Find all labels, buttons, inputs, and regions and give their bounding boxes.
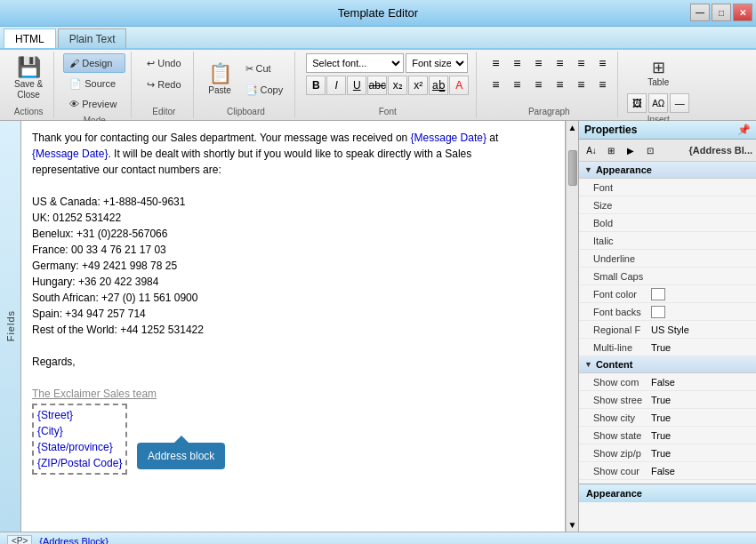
- font-label: Font: [379, 105, 397, 116]
- strikethrough-button[interactable]: abc: [367, 76, 387, 95]
- prop-sort-cat[interactable]: ⊞: [602, 142, 620, 158]
- preview-button[interactable]: 👁 Preview: [63, 94, 125, 114]
- scroll-down-arrow[interactable]: ▼: [568, 520, 577, 530]
- design-button[interactable]: 🖌 Design: [63, 53, 125, 73]
- clipboard-content: 📋 Paste ✂ Cut 📑 Copy: [203, 53, 290, 105]
- rtl-button[interactable]: ≡: [571, 53, 591, 73]
- prop-bold: Bold: [579, 214, 756, 232]
- clipboard-label: Clipboard: [227, 105, 265, 116]
- list-ordered-button[interactable]: ≡: [507, 53, 527, 73]
- prop-showcom: Show com False: [579, 373, 756, 391]
- prop-multiline: Multi-line True: [579, 339, 756, 356]
- line-spacing-button[interactable]: ≡: [571, 75, 591, 94]
- title-bar: Template Editor — □ ✕: [0, 0, 756, 27]
- address-block-selection[interactable]: {Street} {City} {State/province} {ZIP/Po…: [32, 404, 127, 475]
- appearance-chevron: ▼: [584, 165, 592, 174]
- font-size-select[interactable]: Font size...: [406, 53, 468, 73]
- highlight-button[interactable]: ab̲: [429, 76, 448, 95]
- superscript-button[interactable]: x²: [408, 76, 428, 95]
- redo-button[interactable]: ↪ Redo: [141, 75, 187, 94]
- table-button[interactable]: ⊞ Table: [639, 53, 677, 92]
- cut-button[interactable]: ✂ Cut: [239, 59, 290, 78]
- maximize-button[interactable]: □: [712, 4, 731, 21]
- font-back-swatch[interactable]: [651, 306, 665, 318]
- properties-pin[interactable]: 📌: [737, 124, 751, 136]
- tab-bar: HTML Plain Text: [0, 27, 756, 50]
- copy-icon: 📑: [245, 84, 258, 96]
- editor[interactable]: Thank you for contacting our Sales depar…: [21, 121, 566, 532]
- prop-font: Font: [579, 179, 756, 196]
- insert-more-button[interactable]: —: [670, 93, 689, 113]
- source-button[interactable]: 📄 Source: [63, 74, 125, 93]
- paragraph-content: ≡ ≡ ≡ ≡ ≡ ≡ ≡ ≡ ≡ ≡ ≡ ≡: [486, 53, 612, 105]
- prop-filter[interactable]: ▶: [622, 142, 639, 158]
- indent-less-button[interactable]: ≡: [528, 53, 548, 73]
- close-button[interactable]: ✕: [733, 4, 752, 21]
- save-icon: 💾: [17, 58, 41, 77]
- font-select[interactable]: Select font...: [306, 53, 404, 73]
- undo-button[interactable]: ↩ Undo: [141, 53, 187, 73]
- para-spacing-button[interactable]: ≡: [592, 75, 612, 94]
- align-right-button[interactable]: ≡: [528, 75, 548, 94]
- toolbar-paragraph-group: ≡ ≡ ≡ ≡ ≡ ≡ ≡ ≡ ≡ ≡ ≡ ≡ Paragraph: [480, 52, 618, 118]
- properties-toolbar: A↓ ⊞ ▶ ⊡ {Address Bl...: [579, 140, 756, 162]
- copy-button[interactable]: 📑 Copy: [239, 80, 290, 100]
- toolbar: 💾 Save &Close Actions 🖌 Design 📄 Source …: [0, 50, 756, 121]
- save-close-button[interactable]: 💾 Save &Close: [9, 56, 48, 102]
- editor-scrollbar[interactable]: ▲ ▼: [566, 121, 578, 532]
- editor-label: Editor: [152, 105, 175, 116]
- italic-button[interactable]: I: [326, 76, 346, 95]
- redo-icon: ↪: [147, 79, 155, 91]
- minimize-button[interactable]: —: [690, 4, 710, 21]
- undo-icon: ↩: [147, 58, 155, 69]
- appearance-label: Appearance: [596, 164, 652, 175]
- prop-regional: Regional F US Style: [579, 321, 756, 339]
- table-icon: ⊞: [652, 58, 665, 77]
- prop-fontback: Font backs: [579, 303, 756, 321]
- properties-panel: Properties 📌 A↓ ⊞ ▶ ⊡ {Address Bl... ▼ A…: [578, 121, 756, 532]
- prop-showzip: Show zip/p True: [579, 444, 756, 462]
- toolbar-clipboard-group: 📋 Paste ✂ Cut 📑 Copy Clipboard: [197, 52, 296, 118]
- properties-title: Properties: [584, 124, 637, 136]
- align-left-button[interactable]: ≡: [486, 75, 505, 94]
- indent-more-button[interactable]: ≡: [550, 53, 569, 73]
- underline-button[interactable]: U: [347, 76, 366, 95]
- section-appearance[interactable]: ▼ Appearance: [579, 162, 756, 179]
- source-icon: 📄: [69, 78, 82, 90]
- scroll-thumb[interactable]: [568, 150, 577, 186]
- scroll-up-arrow[interactable]: ▲: [568, 123, 577, 132]
- paste-icon: 📋: [208, 64, 232, 84]
- subscript-button[interactable]: x₂: [388, 76, 407, 95]
- paste-button[interactable]: 📋 Paste: [203, 56, 237, 102]
- content-rows: Show com False Show stree True Show city…: [579, 373, 756, 480]
- font-color-swatch[interactable]: [651, 288, 665, 300]
- image-button[interactable]: 🖼: [627, 93, 647, 113]
- fields-label: Fields: [5, 310, 16, 341]
- prop-sort-alpha[interactable]: A↓: [583, 142, 600, 158]
- actions-content: 💾 Save &Close: [9, 53, 48, 105]
- section-content[interactable]: ▼ Content: [579, 356, 756, 373]
- align-center-button[interactable]: ≡: [507, 75, 527, 94]
- prop-showstate: Show state True: [579, 427, 756, 444]
- window-controls: — □ ✕: [690, 4, 752, 21]
- list-unordered-button[interactable]: ≡: [486, 53, 505, 73]
- prop-more[interactable]: ⊡: [641, 142, 659, 158]
- font-content: Select font... Font size... B I U abc x₂…: [306, 53, 469, 105]
- tab-plaintext[interactable]: Plain Text: [58, 28, 127, 48]
- align-justify-button[interactable]: ≡: [550, 75, 569, 94]
- editor-content: ↩ Undo ↪ Redo: [141, 53, 187, 105]
- content-label: Content: [596, 359, 633, 370]
- content-chevron: ▼: [584, 360, 592, 369]
- toolbar-insert-group: ⊞ Table 🖼 ΑΩ — Insert: [622, 52, 695, 118]
- prop-fontcolor: Font color: [579, 285, 756, 303]
- fields-sidebar[interactable]: Fields: [0, 121, 21, 532]
- toolbar-font-group: Select font... Font size... B I U abc x₂…: [299, 52, 477, 118]
- tab-html[interactable]: HTML: [4, 28, 56, 48]
- bold-button[interactable]: B: [306, 76, 326, 95]
- special-char-button[interactable]: ΑΩ: [648, 93, 668, 113]
- insert-content: ⊞ Table 🖼 ΑΩ —: [627, 53, 689, 113]
- prop-size: Size: [579, 196, 756, 214]
- ltr-button[interactable]: ≡: [592, 53, 612, 73]
- font-color-button[interactable]: A: [449, 76, 469, 95]
- prop-showcountry: Show cour False: [579, 462, 756, 480]
